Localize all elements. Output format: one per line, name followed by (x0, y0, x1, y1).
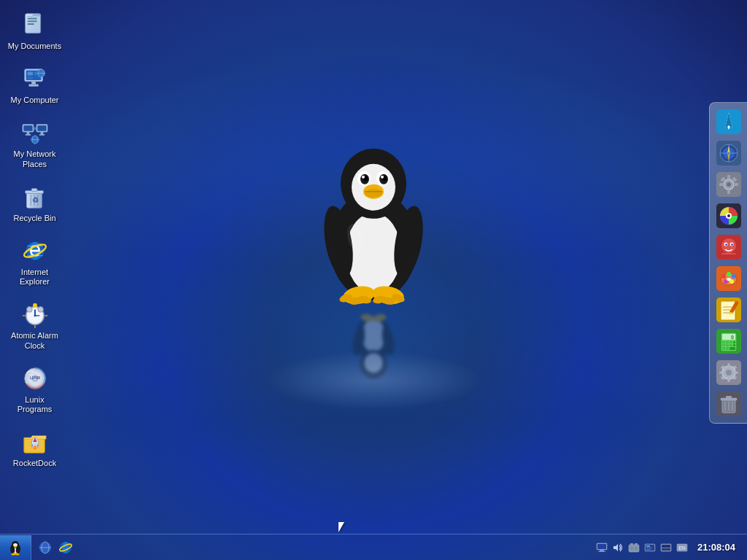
tray-icon-extra4[interactable]: EN (676, 541, 689, 554)
desktop-icons-container: My Documents (0, 0, 88, 525)
svg-rect-196 (598, 551, 605, 552)
system-clock[interactable]: 21:08:04 (692, 542, 741, 553)
lunix-programs-label: Lunix Programs (7, 395, 63, 414)
svg-rect-129 (721, 254, 736, 256)
svg-rect-112 (727, 175, 730, 179)
dock-item-arch[interactable] (714, 107, 743, 136)
svg-point-121 (727, 214, 730, 217)
svg-rect-173 (721, 398, 737, 400)
svg-point-77 (362, 176, 365, 179)
dock-item-network[interactable] (714, 139, 743, 168)
my-network-places-icon (20, 118, 50, 147)
svg-point-50 (37, 307, 43, 313)
svg-point-94 (362, 319, 385, 352)
my-documents-label: My Documents (8, 42, 61, 51)
svg-rect-8 (27, 72, 33, 76)
svg-point-25 (34, 128, 36, 131)
tray-icon-volume[interactable] (611, 541, 624, 554)
desktop-icon-my-network-places[interactable]: My Network Places (4, 115, 66, 171)
svg-rect-164 (727, 378, 729, 382)
svg-point-49 (26, 307, 32, 313)
tray-icon-extra2[interactable] (643, 541, 657, 554)
taskbar-icons-area (31, 540, 589, 556)
svg-rect-12 (28, 85, 38, 87)
dock-item-agent[interactable] (714, 233, 743, 262)
recycle-bin-icon: ♻ (20, 182, 50, 211)
dock-item-notes[interactable] (714, 295, 743, 324)
svg-rect-32 (31, 188, 37, 191)
taskbar: EN 21:08:04 (0, 534, 747, 560)
my-computer-icon (20, 64, 50, 93)
svg-rect-158 (726, 347, 729, 350)
desktop-icon-internet-explorer[interactable]: Internet Explorer (4, 233, 66, 289)
svg-point-48 (34, 315, 36, 317)
tray-icon-monitor[interactable] (595, 541, 608, 554)
svg-rect-165 (719, 372, 723, 374)
svg-rect-21 (37, 125, 46, 131)
start-button[interactable] (0, 535, 31, 560)
svg-point-111 (727, 182, 731, 187)
svg-rect-155 (729, 344, 732, 346)
rocketdock-label: RocketDock (13, 459, 56, 468)
rocketdock-icon (20, 427, 50, 456)
dock-item-paint[interactable] (714, 264, 743, 293)
svg-rect-18 (26, 132, 29, 134)
lunix-programs-icon: LUNIX (20, 364, 50, 393)
svg-rect-207 (646, 549, 651, 550)
right-dock: 0 (709, 102, 747, 424)
taskbar-network-icon[interactable] (37, 540, 53, 556)
svg-text:LUNIX: LUNIX (29, 376, 40, 380)
svg-rect-115 (734, 183, 738, 186)
svg-rect-11 (31, 82, 36, 85)
taskbar-ie-icon[interactable] (58, 540, 74, 556)
desktop-icon-rocketdock[interactable]: RocketDock (4, 424, 66, 471)
svg-point-132 (721, 274, 726, 279)
svg-rect-195 (600, 550, 604, 551)
desktop-icon-recycle-bin[interactable]: ♻ Recycle Bin (4, 179, 66, 226)
desktop: My Documents (0, 0, 747, 560)
svg-point-133 (727, 272, 731, 276)
svg-rect-201 (630, 543, 633, 545)
dock-item-system[interactable] (714, 170, 743, 199)
svg-rect-10 (27, 77, 33, 79)
svg-point-182 (14, 545, 17, 548)
desktop-icon-lunix-programs[interactable]: LUNIX Lunix Programs (4, 361, 66, 417)
svg-rect-152 (733, 341, 735, 343)
svg-rect-114 (719, 183, 724, 186)
svg-rect-156 (733, 344, 735, 346)
my-network-places-label: My Network Places (7, 149, 63, 168)
dock-item-calc[interactable]: 0 (714, 327, 743, 356)
tux-container (301, 136, 446, 384)
svg-point-126 (725, 244, 727, 245)
svg-point-78 (381, 176, 384, 179)
svg-rect-151 (729, 341, 732, 343)
svg-rect-154 (726, 344, 729, 346)
desktop-icon-atomic-alarm-clock[interactable]: Atomic Alarm Clock (4, 297, 66, 353)
svg-text:0: 0 (731, 335, 734, 340)
atomic-alarm-clock-icon (20, 300, 50, 329)
tux-reflection (301, 311, 446, 384)
dock-item-settings[interactable] (714, 358, 743, 387)
svg-rect-17 (23, 125, 32, 131)
desktop-icon-my-computer[interactable]: My Computer (4, 61, 66, 108)
my-documents-icon (20, 10, 50, 39)
system-tray: EN 21:08:04 (589, 534, 747, 560)
start-penguin-icon (7, 540, 23, 556)
svg-text:♻: ♻ (31, 195, 38, 203)
svg-rect-211 (662, 548, 670, 551)
dock-item-trash[interactable] (714, 389, 743, 419)
tray-icon-extra1[interactable] (627, 541, 640, 554)
svg-rect-163 (727, 363, 729, 367)
tux-penguin (301, 136, 446, 311)
svg-rect-157 (722, 347, 725, 350)
tray-icon-extra3[interactable] (659, 541, 673, 554)
svg-rect-153 (722, 344, 725, 346)
desktop-icon-my-documents[interactable]: My Documents (4, 7, 66, 54)
dock-item-colors[interactable] (714, 201, 743, 230)
svg-rect-159 (729, 347, 735, 350)
svg-text:EN: EN (678, 545, 686, 551)
svg-rect-174 (726, 396, 732, 398)
svg-point-191 (63, 542, 69, 553)
mouse-cursor (338, 522, 344, 532)
svg-rect-113 (727, 190, 730, 194)
